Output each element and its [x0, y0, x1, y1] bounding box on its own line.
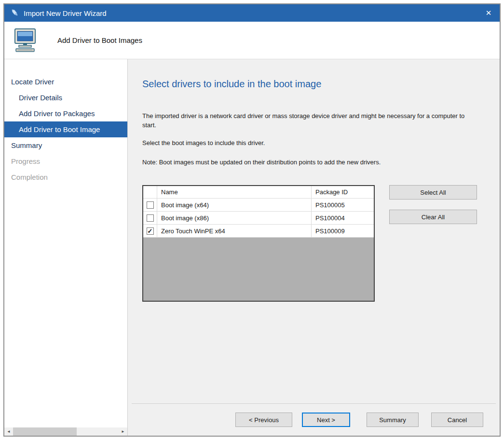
package-id-column-header: Package ID — [312, 186, 374, 198]
table-row[interactable]: ✓ Boot image (x86) PS100004 — [143, 212, 374, 225]
header-title: Add Driver to Boot Images — [57, 36, 142, 44]
page-title: Select drivers to include in the boot im… — [142, 79, 485, 90]
boot-image-x86-checkbox[interactable]: ✓ — [147, 214, 154, 222]
wizard-window: Import New Driver Wizard ✕ Add Driver to… — [3, 3, 501, 437]
title-bar: Import New Driver Wizard ✕ — [4, 4, 500, 22]
previous-button[interactable]: < Previous — [235, 413, 292, 427]
check-icon: ✓ — [148, 228, 153, 234]
sidebar-item-driver-details[interactable]: Driver Details — [4, 90, 127, 106]
note-text: Note: Boot images must be updated on the… — [142, 158, 480, 167]
table-row[interactable]: ✓ Boot image (x64) PS100005 — [143, 199, 374, 212]
boot-image-name: Boot image (x86) — [157, 212, 312, 224]
wizard-steps-sidebar: Locate Driver Driver Details Add Driver … — [4, 59, 128, 436]
content-pane: Select drivers to include in the boot im… — [128, 59, 500, 436]
boot-images-table: Name Package ID ✓ Boot image (x64) PS100… — [142, 185, 375, 302]
sidebar-item-progress: Progress — [4, 153, 127, 169]
import-driver-icon — [10, 9, 19, 17]
sidebar-item-locate-driver[interactable]: Locate Driver — [4, 74, 127, 90]
package-id: PS100004 — [312, 212, 374, 224]
zero-touch-winpe-checkbox[interactable]: ✓ — [147, 227, 154, 235]
sidebar-item-add-driver-to-boot-image[interactable]: Add Driver to Boot Image — [4, 121, 127, 137]
table-row[interactable]: ✓ Zero Touch WinPE x64 PS100009 — [143, 225, 374, 238]
sidebar-item-completion: Completion — [4, 169, 127, 185]
window-title: Import New Driver Wizard — [24, 9, 107, 17]
scroll-left-icon[interactable]: ◄ — [4, 427, 13, 436]
package-id: PS100009 — [312, 225, 374, 237]
close-icon[interactable]: ✕ — [477, 4, 500, 22]
wizard-header: Add Driver to Boot Images — [4, 22, 500, 59]
select-all-button[interactable]: Select All — [389, 185, 477, 200]
checkbox-column-header — [143, 186, 157, 198]
table-header-row: Name Package ID — [143, 186, 374, 199]
main-area: Locate Driver Driver Details Add Driver … — [4, 59, 500, 436]
scrollbar-thumb[interactable] — [13, 427, 77, 436]
computer-icon — [12, 28, 41, 53]
package-id: PS100005 — [312, 199, 374, 211]
table-empty-area — [143, 238, 374, 301]
table-action-buttons: Select All Clear All — [389, 185, 477, 302]
scroll-right-icon[interactable]: ► — [119, 427, 127, 436]
summary-button[interactable]: Summary — [367, 413, 419, 427]
sidebar-item-summary[interactable]: Summary — [4, 137, 127, 153]
instruction-text: Select the boot images to include this d… — [142, 139, 480, 148]
description-text: The imported driver is a network card dr… — [142, 112, 480, 130]
boot-image-name: Zero Touch WinPE x64 — [157, 225, 312, 237]
sidebar-horizontal-scrollbar[interactable]: ◄ ► — [4, 427, 127, 436]
boot-image-name: Boot image (x64) — [157, 199, 312, 211]
boot-image-selection-zone: Name Package ID ✓ Boot image (x64) PS100… — [142, 185, 485, 302]
next-button[interactable]: Next > — [302, 413, 350, 427]
name-column-header: Name — [157, 186, 312, 198]
cancel-button[interactable]: Cancel — [431, 413, 483, 427]
boot-image-x64-checkbox[interactable]: ✓ — [147, 201, 154, 209]
wizard-footer: < Previous Next > Summary Cancel — [132, 403, 496, 436]
sidebar-item-add-driver-to-packages[interactable]: Add Driver to Packages — [4, 106, 127, 121]
clear-all-button[interactable]: Clear All — [389, 210, 477, 224]
